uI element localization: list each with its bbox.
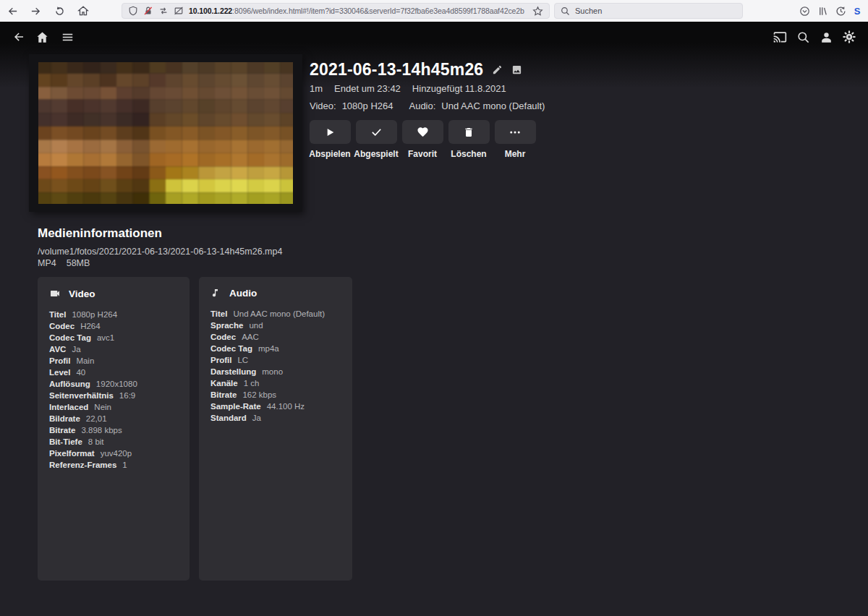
attribute-value: Nein — [94, 403, 111, 411]
video-thumbnail[interactable] — [29, 54, 302, 212]
attribute-value: 3.898 kbps — [81, 426, 122, 435]
trash-icon — [463, 127, 475, 138]
media-attribute-row: ProfilMain — [49, 355, 178, 367]
more-icon — [509, 126, 522, 139]
file-path: /volume1/fotos/2021/2021-06-13/2021-06-1… — [38, 247, 282, 257]
action-buttons: Abspielen Abgespielt Favorit Löschen — [307, 120, 538, 159]
attribute-label: Codec — [49, 322, 75, 330]
attribute-label: Sprache — [210, 321, 243, 330]
favorite-button[interactable] — [402, 120, 443, 144]
browser-forward-icon[interactable] — [27, 3, 43, 19]
media-attribute-row: Pixelformatyuv420p — [49, 448, 178, 459]
media-attribute-row: StandardJa — [210, 412, 341, 424]
library-icon[interactable] — [814, 3, 830, 19]
stream-info-row: Video: 1080p H264 Audio: Und AAC mono (D… — [310, 100, 545, 111]
attribute-label: Bitrate — [49, 426, 75, 435]
thumbnail-image — [38, 62, 293, 204]
url-host: 10.100.1.222 — [189, 7, 232, 15]
app-header — [0, 22, 868, 52]
browser-search-bar[interactable]: Suchen — [554, 3, 743, 19]
delete-action: Löschen — [446, 120, 492, 159]
audio-card-header: Audio — [210, 288, 341, 299]
more-button[interactable] — [495, 120, 536, 144]
attribute-label: Standard — [210, 414, 247, 422]
attribute-value: Ja — [252, 414, 261, 422]
media-attribute-row: Codec Tagmp4a — [210, 343, 341, 354]
browser-toolbar: 10.100.1.222:8096/web/index.html#!/item?… — [0, 0, 868, 22]
attribute-label: Pixelformat — [49, 449, 95, 458]
favorite-label: Favorit — [399, 149, 446, 159]
attribute-label: Level — [49, 368, 70, 377]
attribute-label: AVC — [49, 345, 66, 354]
images-blocked-icon[interactable] — [174, 6, 184, 16]
history-icon[interactable] — [833, 3, 848, 19]
attribute-label: Codec — [210, 333, 236, 341]
attribute-label: Codec Tag — [210, 344, 252, 353]
extension-account-icon[interactable]: S — [849, 3, 865, 19]
play-label: Abspielen — [307, 149, 353, 159]
url-text[interactable]: 10.100.1.222:8096/web/index.html#!/item?… — [189, 7, 524, 15]
attribute-value: und — [249, 321, 263, 330]
media-attribute-row: TitelUnd AAC mono (Default) — [210, 308, 341, 320]
ends-at: Endet um 23:42 — [334, 83, 401, 94]
play-action: Abspielen — [307, 120, 353, 159]
attribute-value: 162 kbps — [242, 390, 276, 399]
attribute-label: Auflösung — [49, 380, 90, 388]
edit-images-icon[interactable] — [511, 64, 522, 75]
played-label: Abgespielt — [353, 149, 399, 159]
url-bar[interactable]: 10.100.1.222:8096/web/index.html#!/item?… — [122, 3, 550, 19]
mark-played-button[interactable] — [356, 120, 397, 144]
settings-gear-icon[interactable] — [840, 27, 859, 46]
app-home-icon[interactable] — [33, 27, 51, 46]
browser-reload-icon[interactable] — [51, 3, 67, 19]
media-attribute-row: Kanäle1 ch — [210, 377, 341, 389]
bookmark-star-icon[interactable] — [532, 6, 543, 17]
search-icon — [561, 7, 570, 16]
tracking-shield-icon[interactable] — [128, 6, 138, 16]
date-added: Hinzugefügt 11.8.2021 — [412, 83, 506, 94]
attribute-label: Bildrate — [49, 414, 80, 423]
play-icon — [324, 127, 336, 138]
attribute-value: 1080p H264 — [72, 310, 117, 319]
video-card-title: Video — [69, 288, 95, 299]
url-path: :8096/web/index.html#!/item?id=330046&se… — [232, 7, 524, 15]
edit-icon[interactable] — [492, 64, 503, 75]
attribute-value: 1 — [122, 461, 127, 469]
attribute-value: 16:9 — [119, 391, 135, 400]
attribute-value: 44.100 Hz — [267, 402, 305, 411]
pocket-icon[interactable] — [796, 3, 812, 19]
browser-back-icon[interactable] — [4, 3, 20, 19]
attribute-label: Profil — [210, 356, 231, 364]
attribute-label: Titel — [49, 310, 66, 319]
video-stream-value[interactable]: 1080p H264 — [342, 100, 393, 111]
app-menu-icon[interactable] — [58, 27, 77, 46]
attribute-value: 1 ch — [244, 379, 260, 388]
attribute-label: Referenz-Frames — [49, 461, 116, 469]
attribute-value: Main — [76, 356, 94, 365]
attribute-value: mp4a — [258, 344, 279, 353]
attribute-value: 1920x1080 — [96, 380, 137, 388]
delete-button[interactable] — [448, 120, 490, 144]
app-back-icon[interactable] — [9, 27, 28, 46]
permissions-icon[interactable] — [158, 6, 169, 16]
media-attribute-row: InterlacedNein — [49, 401, 178, 413]
attribute-label: Profil — [49, 356, 70, 365]
heart-icon — [417, 126, 429, 138]
video-info-card: Video Titel1080p H264CodecH264Codec Taga… — [38, 277, 190, 581]
cast-icon[interactable] — [770, 27, 789, 46]
app-search-icon[interactable] — [793, 27, 812, 46]
media-attribute-row: ProfilLC — [210, 354, 341, 366]
attribute-value: avc1 — [97, 333, 114, 342]
video-card-rows: Titel1080p H264CodecH264Codec Tagavc1AVC… — [49, 309, 178, 471]
audio-stream-value[interactable]: Und AAC mono (Default) — [441, 100, 545, 111]
media-attribute-row: CodecH264 — [49, 320, 178, 332]
attribute-label: Interlaced — [49, 403, 88, 411]
media-attribute-row: CodecAAC — [210, 331, 341, 343]
favorite-action: Favorit — [399, 120, 446, 159]
browser-home-icon[interactable] — [75, 3, 91, 19]
play-button[interactable] — [310, 120, 351, 144]
media-attribute-row: Auflösung1920x1080 — [49, 378, 178, 390]
container-format: MP4 — [38, 258, 56, 268]
insecure-lock-icon[interactable] — [143, 6, 153, 16]
user-icon[interactable] — [817, 27, 835, 46]
